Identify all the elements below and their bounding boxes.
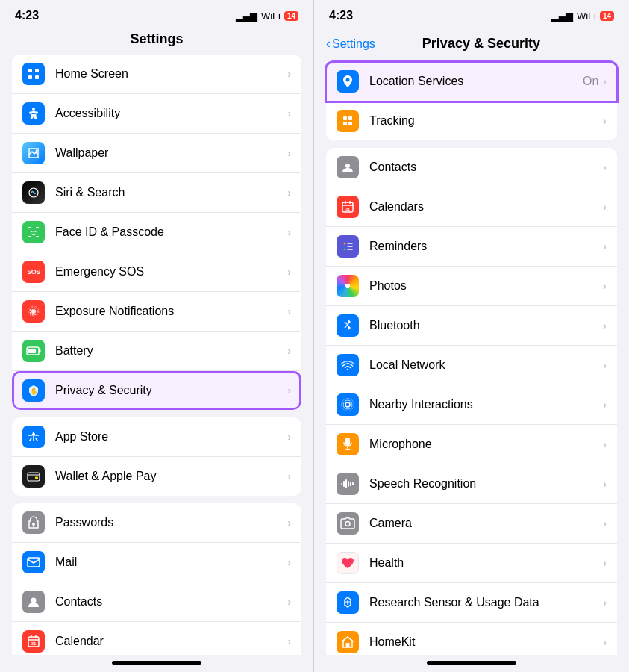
face-id-label: Face ID & Passcode (55, 225, 287, 239)
right-status-bar: 4:23 ▂▄▆ WiFi 14 (314, 0, 629, 27)
svg-point-28 (31, 598, 37, 603)
contacts-icon (22, 591, 45, 613)
svg-rect-36 (348, 116, 352, 120)
left-settings-scroll: Home Screen › Accessibility › (0, 55, 313, 655)
right-signal-icon: ▂▄▆ (551, 10, 573, 22)
privacy-item-contacts[interactable]: Contacts › (326, 148, 617, 187)
settings-item-contacts[interactable]: Contacts › (12, 582, 301, 622)
app-store-chevron: › (287, 431, 291, 443)
mail-label: Mail (55, 556, 287, 569)
svg-rect-23 (28, 474, 40, 476)
svg-rect-38 (348, 122, 352, 125)
calendar-icon: 31 (22, 630, 45, 653)
settings-item-privacy-security[interactable]: ✋ Privacy & Security › (12, 371, 301, 410)
camera-chevron: › (603, 517, 607, 529)
settings-item-siri[interactable]: Siri & Search › (12, 173, 301, 213)
app-store-icon (22, 426, 45, 448)
settings-item-calendar[interactable]: 31 Calendar › (12, 622, 301, 655)
privacy-item-research[interactable]: Research Sensor & Usage Data › (326, 583, 617, 623)
contacts-priv-label: Contacts (369, 161, 603, 174)
settings-item-battery[interactable]: Battery › (12, 332, 301, 371)
svg-point-39 (345, 164, 350, 168)
privacy-item-health[interactable]: Health › (326, 544, 617, 583)
left-signal-icon: ▂▄▆ (236, 10, 257, 22)
contacts-left-chevron: › (287, 596, 291, 608)
wallpaper-chevron: › (287, 147, 291, 159)
svg-rect-0 (28, 69, 32, 72)
settings-item-accessibility[interactable]: Accessibility › (12, 94, 301, 134)
svg-point-51 (345, 402, 350, 407)
svg-rect-54 (345, 438, 350, 445)
speech-label: Speech Recognition (369, 477, 603, 491)
right-wifi-icon: WiFi (577, 10, 596, 22)
microphone-chevron: › (603, 438, 607, 450)
right-time: 4:23 (329, 9, 353, 22)
privacy-item-speech[interactable]: Speech Recognition › (326, 464, 617, 504)
svg-point-4 (32, 108, 35, 111)
health-chevron: › (603, 557, 607, 569)
svg-rect-35 (343, 116, 347, 120)
reminders-icon (337, 235, 359, 258)
svg-point-34 (346, 78, 350, 82)
settings-item-emergency-sos[interactable]: SOS Emergency SOS › (12, 252, 301, 292)
mail-chevron: › (287, 556, 291, 568)
svg-point-45 (344, 243, 346, 245)
privacy-item-camera[interactable]: Camera › (326, 504, 617, 544)
svg-point-63 (345, 522, 350, 526)
right-panel: 4:23 ▂▄▆ WiFi 14 ‹ Settings Privacy & Se… (314, 0, 629, 672)
wallet-chevron: › (287, 470, 291, 482)
home-screen-chevron: › (287, 68, 291, 80)
back-button[interactable]: ‹ Settings (326, 36, 375, 52)
reminders-chevron: › (603, 240, 607, 252)
privacy-item-reminders[interactable]: Reminders › (326, 227, 617, 267)
settings-item-face-id[interactable]: Face ID & Passcode › (12, 213, 301, 252)
calendars-icon: 31 (337, 196, 359, 218)
privacy-item-location-services[interactable]: Location Services On › (326, 62, 617, 102)
health-label: Health (369, 556, 603, 570)
research-chevron: › (603, 597, 607, 609)
privacy-item-bluetooth[interactable]: Bluetooth › (326, 306, 617, 346)
settings-item-passwords[interactable]: Passwords › (12, 503, 301, 543)
accessibility-icon (22, 102, 45, 125)
svg-text:✋: ✋ (30, 387, 39, 396)
calendar-chevron: › (287, 635, 291, 647)
privacy-item-local-network[interactable]: Local Network › (326, 346, 617, 385)
left-screen-title: Settings (0, 27, 313, 55)
emergency-sos-icon: SOS (22, 261, 45, 283)
privacy-item-calendars[interactable]: 31 Calendars › (326, 187, 617, 227)
research-label: Research Sensor & Usage Data (369, 596, 603, 609)
mail-icon (22, 551, 45, 573)
privacy-item-microphone[interactable]: Microphone › (326, 425, 617, 464)
local-network-chevron: › (603, 359, 607, 371)
privacy-security-chevron: › (287, 385, 291, 396)
svg-text:31: 31 (31, 641, 37, 646)
passwords-icon (22, 511, 45, 534)
privacy-item-photos[interactable]: Photos › (326, 267, 617, 306)
privacy-item-tracking[interactable]: Tracking › (326, 102, 617, 140)
siri-chevron: › (287, 187, 291, 199)
left-battery-badge: 14 (284, 11, 298, 21)
left-group-1: Home Screen › Accessibility › (12, 55, 301, 410)
tracking-icon (337, 110, 359, 132)
settings-item-exposure[interactable]: Exposure Notifications › (12, 292, 301, 332)
privacy-item-nearby[interactable]: Nearby Interactions › (326, 385, 617, 425)
bluetooth-chevron: › (603, 320, 607, 332)
settings-item-mail[interactable]: Mail › (12, 543, 301, 582)
contacts-left-label: Contacts (55, 595, 287, 609)
wallpaper-label: Wallpaper (55, 146, 287, 160)
svg-rect-10 (36, 236, 39, 237)
settings-item-home-screen[interactable]: Home Screen › (12, 55, 301, 94)
svg-rect-27 (28, 558, 40, 567)
settings-item-wallpaper[interactable]: Wallpaper › (12, 134, 301, 173)
nearby-chevron: › (603, 399, 607, 411)
svg-rect-64 (346, 643, 350, 647)
privacy-item-homekit[interactable]: HomeKit › (326, 623, 617, 655)
accessibility-chevron: › (287, 108, 291, 119)
svg-point-25 (32, 523, 35, 526)
exposure-chevron: › (287, 305, 291, 317)
home-screen-label: Home Screen (55, 67, 287, 81)
settings-item-app-store[interactable]: App Store › (12, 417, 301, 457)
calendars-chevron: › (603, 201, 607, 213)
settings-item-wallet[interactable]: Wallet & Apple Pay › (12, 457, 301, 496)
local-network-label: Local Network (369, 358, 603, 372)
